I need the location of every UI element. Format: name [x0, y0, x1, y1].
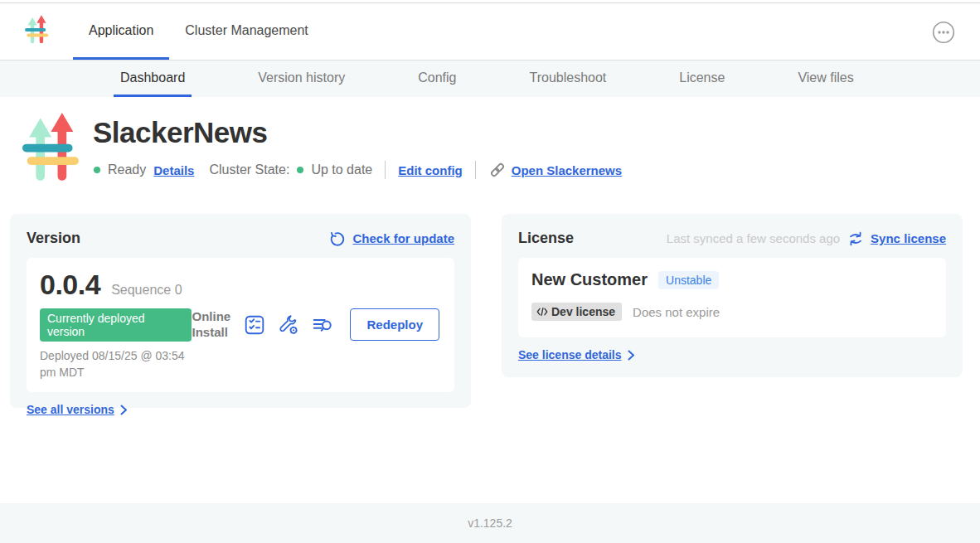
- config-tools-button[interactable]: [278, 314, 299, 336]
- preflight-checks-button[interactable]: [244, 314, 265, 336]
- cluster-state-value: Up to date: [311, 162, 372, 177]
- sync-arrows-icon: [847, 230, 864, 247]
- version-card-title: Version: [27, 230, 80, 247]
- sync-license-button[interactable]: Sync license: [847, 230, 946, 247]
- customer-name: New Customer: [531, 270, 648, 289]
- main-nav-tabs: Application Cluster Management: [73, 3, 324, 60]
- sequence-label: Sequence 0: [111, 283, 182, 298]
- version-actions: Online Install: [192, 308, 441, 341]
- lines-magnifier-icon: [312, 314, 333, 336]
- sync-license-label: Sync license: [871, 231, 946, 245]
- tab-dashboard[interactable]: Dashboard: [114, 61, 192, 97]
- see-all-versions-link[interactable]: See all versions: [27, 403, 454, 416]
- app-status-dot: [94, 167, 100, 173]
- app-footer: v1.125.2: [0, 503, 980, 543]
- main-nav: Application Cluster Management: [0, 3, 980, 60]
- license-panel: New Customer Unstable Dev license Does n…: [518, 258, 946, 337]
- version-number: 0.0.4: [40, 269, 100, 301]
- license-type-tag: Dev license: [531, 303, 622, 321]
- app-logo-icon: [23, 14, 51, 51]
- check-for-update-label: Check for update: [352, 231, 454, 245]
- redeploy-button[interactable]: Redeploy: [350, 308, 439, 341]
- install-type-label: Online Install: [192, 309, 231, 341]
- overflow-menu-button[interactable]: [932, 21, 955, 44]
- wrench-gear-icon: [278, 314, 299, 336]
- app-subnav: Dashboard Version history Config Trouble…: [0, 60, 980, 97]
- tab-cluster-management[interactable]: Cluster Management: [169, 3, 324, 60]
- version-info: 0.0.4 Sequence 0 Currently deployed vers…: [40, 269, 192, 381]
- open-app-link[interactable]: Open Slackernews: [488, 161, 622, 179]
- cluster-state-label: Cluster State:: [209, 162, 289, 177]
- tab-config[interactable]: Config: [411, 61, 463, 97]
- license-card-title: License: [518, 230, 574, 247]
- details-link[interactable]: Details: [153, 163, 194, 177]
- admin-console-version: v1.125.2: [468, 516, 512, 530]
- check-for-update-button[interactable]: Check for update: [329, 230, 454, 247]
- see-license-details-link[interactable]: See license details: [518, 348, 946, 361]
- cluster-state-dot: [297, 167, 303, 173]
- page-title: SlackerNews: [93, 116, 267, 149]
- app-logo-large: [18, 113, 86, 191]
- tab-license[interactable]: License: [672, 61, 731, 97]
- app-status-text: Ready: [108, 162, 146, 177]
- current-version-panel: 0.0.4 Sequence 0 Currently deployed vers…: [27, 258, 454, 392]
- refresh-icon: [329, 230, 346, 247]
- see-license-details-label: See license details: [518, 348, 622, 361]
- dashboard-cards: Version Check for update 0.0.4 Sequence …: [10, 214, 963, 408]
- last-synced-text: Last synced a few seconds ago: [667, 231, 840, 245]
- tab-version-history[interactable]: Version history: [251, 61, 352, 97]
- see-all-versions-label: See all versions: [27, 403, 114, 416]
- checklist-icon: [244, 314, 265, 336]
- chevron-right-icon: [628, 350, 635, 361]
- code-brackets-icon: [536, 307, 548, 317]
- tab-troubleshoot[interactable]: Troubleshoot: [522, 61, 613, 97]
- view-logs-button[interactable]: [312, 314, 333, 336]
- license-expiration: Does not expire: [633, 305, 720, 319]
- divider: [385, 161, 386, 179]
- open-app-label: Open Slackernews: [512, 163, 622, 177]
- chain-link-icon: [488, 161, 507, 179]
- app-status-row: Ready Details Cluster State: Up to date …: [94, 161, 622, 179]
- ellipsis-circle-icon: [932, 21, 955, 44]
- tab-view-files[interactable]: View files: [791, 61, 860, 97]
- divider: [475, 161, 476, 179]
- channel-badge: Unstable: [658, 271, 719, 289]
- tab-application[interactable]: Application: [73, 3, 169, 60]
- deployed-status-badge: Currently deployed version: [40, 308, 192, 342]
- chevron-right-icon: [120, 405, 128, 415]
- license-type-label: Dev license: [551, 305, 615, 318]
- edit-config-link[interactable]: Edit config: [398, 163, 463, 177]
- version-card: Version Check for update 0.0.4 Sequence …: [10, 214, 471, 408]
- deployed-timestamp: Deployed 08/15/25 @ 03:54 pm MDT: [40, 348, 192, 381]
- license-card: License Last synced a few seconds ago Sy…: [502, 214, 963, 377]
